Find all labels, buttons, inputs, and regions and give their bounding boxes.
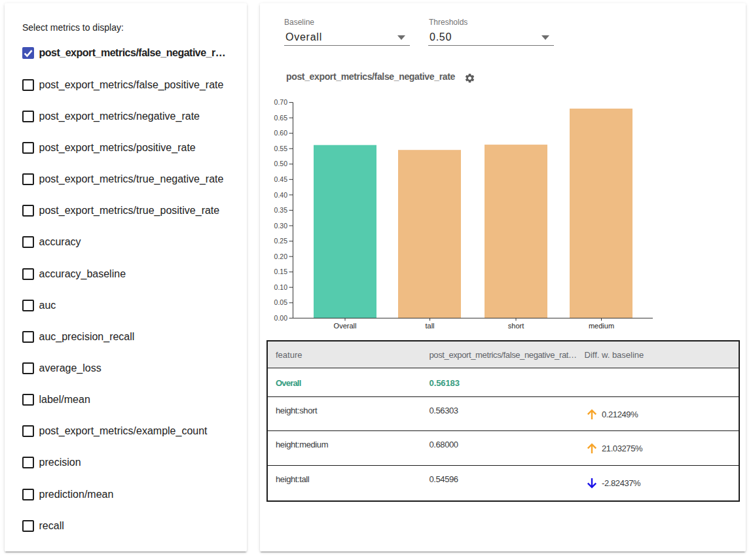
svg-text:0.35: 0.35	[274, 206, 288, 214]
svg-text:0.30: 0.30	[274, 222, 288, 230]
svg-text:0.20: 0.20	[274, 253, 288, 260]
svg-text:Overall: Overall	[334, 322, 357, 330]
svg-text:0.65: 0.65	[274, 114, 288, 122]
svg-text:0.05: 0.05	[274, 298, 288, 306]
svg-text:medium: medium	[589, 322, 614, 330]
svg-text:0.40: 0.40	[274, 191, 288, 199]
svg-text:0.50: 0.50	[274, 160, 288, 167]
svg-text:0.00: 0.00	[274, 314, 288, 322]
svg-text:0.25: 0.25	[274, 237, 288, 245]
svg-text:0.70: 0.70	[274, 98, 288, 106]
svg-text:0.10: 0.10	[274, 283, 288, 291]
svg-text:0.15: 0.15	[274, 268, 288, 275]
svg-text:short: short	[508, 322, 524, 330]
svg-text:0.55: 0.55	[274, 145, 288, 152]
svg-text:tall: tall	[425, 322, 434, 330]
svg-text:0.60: 0.60	[274, 129, 288, 137]
svg-text:0.45: 0.45	[274, 175, 288, 183]
